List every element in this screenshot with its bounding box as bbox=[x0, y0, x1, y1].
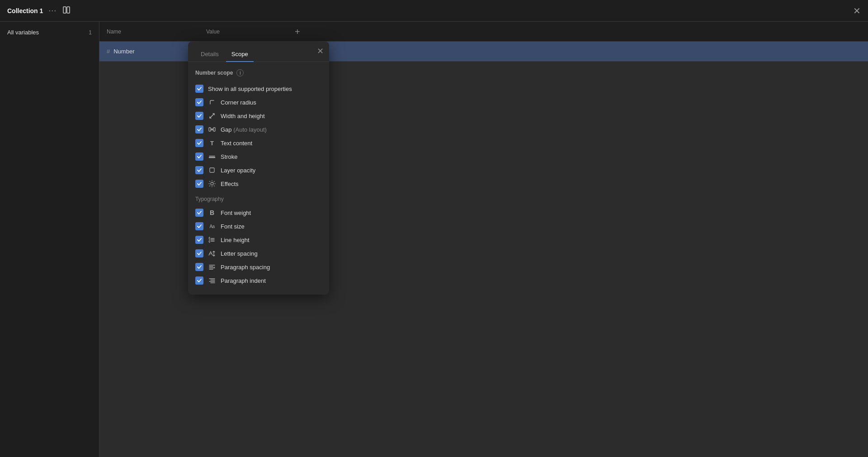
checkbox-width-height[interactable]: Width and height bbox=[195, 109, 322, 123]
sidebar-item-count: 1 bbox=[89, 29, 92, 36]
paragraph-spacing-icon bbox=[208, 263, 216, 271]
font-size-icon: Aa bbox=[208, 222, 216, 230]
more-options-button[interactable]: ··· bbox=[48, 6, 57, 15]
checkbox-width-height-box[interactable] bbox=[195, 112, 203, 120]
checkbox-paragraph-spacing[interactable]: Paragraph spacing bbox=[195, 260, 322, 274]
checkbox-font-size-label: Font size bbox=[221, 223, 245, 230]
layout-icon bbox=[62, 5, 71, 16]
font-weight-icon: B bbox=[208, 209, 216, 217]
effects-icon bbox=[208, 180, 216, 188]
checkbox-letter-spacing-label: Letter spacing bbox=[221, 250, 258, 257]
table-header: Name Value + bbox=[99, 22, 868, 42]
col-name-header: Name bbox=[99, 29, 199, 35]
svg-rect-0 bbox=[63, 7, 66, 13]
popup-panel: Details Scope ✕ Number scope i Show in a… bbox=[188, 42, 329, 295]
top-bar-left: Collection 1 ··· bbox=[7, 5, 71, 16]
checkbox-width-height-label: Width and height bbox=[221, 113, 265, 119]
checkbox-line-height-box[interactable] bbox=[195, 236, 203, 244]
sidebar-item-label: All variables bbox=[7, 29, 39, 36]
checkbox-effects[interactable]: Effects bbox=[195, 177, 322, 190]
checkbox-effects-label: Effects bbox=[221, 181, 239, 187]
checkbox-font-weight[interactable]: B Font weight bbox=[195, 206, 322, 219]
close-button[interactable]: ✕ bbox=[853, 6, 861, 15]
popup-content: Number scope i Show in all supported pro… bbox=[188, 62, 329, 295]
checkbox-letter-spacing[interactable]: Letter spacing bbox=[195, 247, 322, 260]
checkbox-corner-radius[interactable]: Corner radius bbox=[195, 95, 322, 109]
checkbox-show-all[interactable]: Show in all supported properties bbox=[195, 82, 322, 95]
checkbox-font-weight-box[interactable] bbox=[195, 209, 203, 217]
stroke-icon bbox=[208, 152, 216, 161]
checkbox-text-content-box[interactable] bbox=[195, 139, 203, 147]
checkbox-corner-radius-box[interactable] bbox=[195, 98, 203, 106]
checkbox-font-size-box[interactable] bbox=[195, 222, 203, 230]
checkbox-line-height[interactable]: Line height bbox=[195, 233, 322, 247]
checkbox-gap[interactable]: Gap (Auto layout) bbox=[195, 123, 322, 136]
checkbox-gap-label: Gap (Auto layout) bbox=[221, 126, 267, 133]
width-height-icon bbox=[208, 112, 216, 120]
checkbox-corner-radius-label: Corner radius bbox=[221, 99, 256, 106]
tab-scope[interactable]: Scope bbox=[226, 47, 254, 62]
type-icon: # bbox=[107, 48, 110, 55]
checkbox-layer-opacity[interactable]: Layer opacity bbox=[195, 163, 322, 177]
svg-rect-4 bbox=[210, 168, 214, 172]
svg-rect-3 bbox=[213, 128, 215, 131]
popup-close-button[interactable]: ✕ bbox=[317, 47, 324, 55]
checkbox-text-content[interactable]: T Text content bbox=[195, 136, 322, 150]
tab-details[interactable]: Details bbox=[195, 47, 224, 62]
checkbox-layer-opacity-label: Layer opacity bbox=[221, 167, 255, 174]
letter-spacing-icon bbox=[208, 249, 216, 257]
row-name-cell: # Number bbox=[99, 48, 199, 55]
col-value-header: Value bbox=[199, 29, 289, 35]
text-content-icon: T bbox=[208, 139, 216, 147]
checkbox-paragraph-indent[interactable]: Paragraph indent bbox=[195, 274, 322, 287]
checkbox-letter-spacing-box[interactable] bbox=[195, 249, 203, 257]
checkbox-paragraph-spacing-label: Paragraph spacing bbox=[221, 264, 270, 271]
checkbox-text-content-label: Text content bbox=[221, 140, 252, 147]
checkbox-line-height-label: Line height bbox=[221, 237, 250, 243]
checkbox-font-size[interactable]: Aa Font size bbox=[195, 219, 322, 233]
checkbox-paragraph-indent-label: Paragraph indent bbox=[221, 277, 266, 284]
layer-opacity-icon bbox=[208, 166, 216, 174]
checkbox-gap-box[interactable] bbox=[195, 125, 203, 133]
svg-point-5 bbox=[211, 182, 213, 185]
popup-tabs: Details Scope ✕ bbox=[188, 42, 329, 62]
checkbox-paragraph-spacing-box[interactable] bbox=[195, 263, 203, 271]
checkbox-stroke-label: Stroke bbox=[221, 153, 238, 160]
checkbox-layer-opacity-box[interactable] bbox=[195, 166, 203, 174]
sidebar: All variables 1 bbox=[0, 22, 99, 457]
checkbox-show-all-label: Show in all supported properties bbox=[208, 86, 292, 92]
content-area: Name Value + # Number 0 Details Scope bbox=[99, 22, 868, 457]
typography-section-label: Typography bbox=[195, 196, 322, 202]
add-column-button[interactable]: + bbox=[289, 27, 306, 36]
section-heading-label: Number scope bbox=[195, 70, 233, 76]
collection-title: Collection 1 bbox=[7, 7, 43, 14]
line-height-icon bbox=[208, 236, 216, 244]
sidebar-item-all-variables[interactable]: All variables 1 bbox=[0, 25, 99, 39]
checkbox-paragraph-indent-box[interactable] bbox=[195, 276, 203, 285]
checkbox-stroke-box[interactable] bbox=[195, 152, 203, 161]
svg-rect-2 bbox=[209, 128, 211, 131]
gap-sublabel: (Auto layout) bbox=[233, 126, 267, 133]
checkbox-show-all-box[interactable] bbox=[195, 85, 203, 93]
checkbox-font-weight-label: Font weight bbox=[221, 209, 251, 216]
checkbox-effects-box[interactable] bbox=[195, 180, 203, 188]
row-name: Number bbox=[113, 48, 134, 55]
gap-icon bbox=[208, 125, 216, 133]
main-layout: All variables 1 Name Value + # Number 0 bbox=[0, 22, 868, 457]
info-icon[interactable]: i bbox=[236, 69, 244, 76]
top-bar: Collection 1 ··· ✕ bbox=[0, 0, 868, 22]
corner-radius-icon bbox=[208, 98, 216, 106]
checkbox-stroke[interactable]: Stroke bbox=[195, 150, 322, 163]
svg-rect-1 bbox=[67, 7, 70, 13]
section-heading: Number scope i bbox=[195, 69, 322, 76]
paragraph-indent-icon bbox=[208, 276, 216, 285]
